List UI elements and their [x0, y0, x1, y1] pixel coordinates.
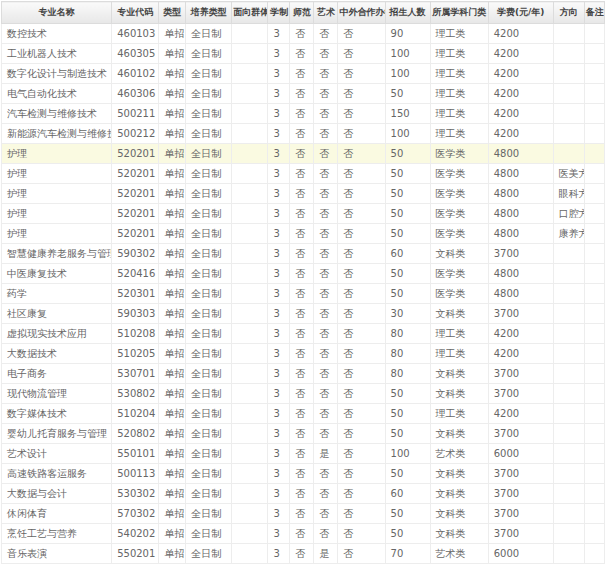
cell-discipline: 理工类	[430, 324, 488, 344]
cell-note	[584, 344, 604, 364]
cell-training: 全日制	[186, 64, 232, 84]
cell-normal: 否	[290, 484, 314, 504]
cell-name: 电子商务	[2, 364, 112, 384]
table-row[interactable]: 工业机器人技术460305单招全日制3否否否100理工类4200	[2, 44, 605, 64]
cell-type: 单招	[159, 444, 186, 464]
table-row[interactable]: 数控技术460103单招全日制3否否否90理工类4200	[2, 24, 605, 44]
table-row[interactable]: 数字媒体技术510204单招全日制3否否否50理工类4200	[2, 404, 605, 424]
cell-enrollment: 50	[385, 144, 430, 164]
table-row[interactable]: 艺术设计550101单招全日制3否是否100艺术类6000	[2, 444, 605, 464]
cell-discipline: 医学类	[430, 264, 488, 284]
cell-training: 全日制	[186, 544, 232, 564]
cell-art: 否	[314, 324, 338, 344]
cell-coop: 否	[338, 444, 385, 464]
cell-training: 全日制	[186, 204, 232, 224]
table-row[interactable]: 新能源汽车检测与维修技术500212单招全日制3否否否100理工类4200	[2, 124, 605, 144]
cell-direction	[553, 384, 584, 404]
cell-note	[584, 324, 604, 344]
cell-note	[584, 264, 604, 284]
cell-direction	[553, 104, 584, 124]
column-header-tuition: 学费(元/年)	[488, 2, 553, 24]
cell-discipline: 文科类	[430, 484, 488, 504]
cell-tuition: 4800	[488, 184, 553, 204]
table-row[interactable]: 大数据技术510205单招全日制3否否否80理工类4200	[2, 344, 605, 364]
table-row[interactable]: 护理520201单招全日制3否否否50医学类4800医美方向	[2, 164, 605, 184]
cell-duration: 3	[268, 144, 290, 164]
column-header-enrollment: 招生人数	[385, 2, 430, 24]
column-header-code: 专业代码	[112, 2, 159, 24]
table-row[interactable]: 护理520201单招全日制3否否否50医学类4800口腔方向	[2, 204, 605, 224]
table-row[interactable]: 电子商务530701单招全日制3否否否80文科类3700	[2, 364, 605, 384]
cell-code: 530701	[112, 364, 159, 384]
cell-duration: 3	[268, 544, 290, 564]
table-row[interactable]: 婴幼儿托育服务与管理520802单招全日制3否否否50文科类3700	[2, 424, 605, 444]
cell-group	[232, 164, 268, 184]
cell-enrollment: 50	[385, 464, 430, 484]
cell-coop: 否	[338, 264, 385, 284]
table-row[interactable]: 护理520201单招全日制3否否否50医学类4800眼科方向	[2, 184, 605, 204]
cell-code: 530802	[112, 384, 159, 404]
table-row[interactable]: 休闲体育570302单招全日制3否否否50文科类3700	[2, 504, 605, 524]
cell-type: 单招	[159, 104, 186, 124]
cell-art: 否	[314, 164, 338, 184]
cell-enrollment: 60	[385, 244, 430, 264]
cell-training: 全日制	[186, 324, 232, 344]
cell-enrollment: 100	[385, 124, 430, 144]
cell-direction	[553, 84, 584, 104]
cell-training: 全日制	[186, 164, 232, 184]
cell-discipline: 理工类	[430, 404, 488, 424]
cell-art: 否	[314, 344, 338, 364]
cell-coop: 否	[338, 144, 385, 164]
table-row[interactable]: 社区康复590303单招全日制3否否否30文科类3700	[2, 304, 605, 324]
cell-code: 510208	[112, 324, 159, 344]
cell-art: 否	[314, 124, 338, 144]
cell-duration: 3	[268, 24, 290, 44]
cell-name: 休闲体育	[2, 504, 112, 524]
cell-discipline: 医学类	[430, 224, 488, 244]
cell-art: 否	[314, 224, 338, 244]
table-row[interactable]: 护理520201单招全日制3否否否50医学类4800康养方向	[2, 224, 605, 244]
cell-coop: 否	[338, 284, 385, 304]
table-row[interactable]: 药学520301单招全日制3否否否50医学类4800	[2, 284, 605, 304]
cell-enrollment: 90	[385, 24, 430, 44]
cell-duration: 3	[268, 504, 290, 524]
table-row[interactable]: 电气自动化技术460306单招全日制3否否否50理工类4200	[2, 84, 605, 104]
table-row[interactable]: 中医康复技术520416单招全日制3否否否50医学类4800	[2, 264, 605, 284]
table-row[interactable]: 智慧健康养老服务与管理590302单招全日制3否否否60文科类3700	[2, 244, 605, 264]
table-row[interactable]: 大数据与会计530302单招全日制3否否否60文科类3700	[2, 484, 605, 504]
cell-tuition: 4800	[488, 164, 553, 184]
table-row[interactable]: 现代物流管理530802单招全日制3否否否50文科类3700	[2, 384, 605, 404]
cell-name: 数字化设计与制造技术	[2, 64, 112, 84]
cell-direction	[553, 44, 584, 64]
cell-note	[584, 464, 604, 484]
cell-code: 500113	[112, 464, 159, 484]
cell-coop: 否	[338, 484, 385, 504]
cell-note	[584, 384, 604, 404]
cell-group	[232, 244, 268, 264]
cell-normal: 否	[290, 104, 314, 124]
table-row[interactable]: 数字化设计与制造技术460102单招全日制3否否否100理工类4200	[2, 64, 605, 84]
cell-duration: 3	[268, 104, 290, 124]
cell-code: 520201	[112, 164, 159, 184]
cell-normal: 否	[290, 404, 314, 424]
table-row[interactable]: 虚拟现实技术应用510208单招全日制3否否否80理工类4200	[2, 324, 605, 344]
table-row[interactable]: 汽车检测与维修技术500211单招全日制3否否否150理工类4200	[2, 104, 605, 124]
cell-duration: 3	[268, 124, 290, 144]
cell-coop: 否	[338, 544, 385, 564]
cell-group	[232, 64, 268, 84]
cell-name: 现代物流管理	[2, 384, 112, 404]
cell-training: 全日制	[186, 244, 232, 264]
table-row[interactable]: 护理520201单招全日制3否否否50医学类4800	[2, 144, 605, 164]
cell-tuition: 4200	[488, 124, 553, 144]
cell-code: 540202	[112, 524, 159, 544]
table-row[interactable]: 烹饪工艺与营养540202单招全日制3否否否50文科类3700	[2, 524, 605, 544]
table-row[interactable]: 高速铁路客运服务500113单招全日制3否否否50文科类3700	[2, 464, 605, 484]
cell-duration: 3	[268, 444, 290, 464]
column-header-discipline: 所属学科门类	[430, 2, 488, 24]
cell-enrollment: 50	[385, 184, 430, 204]
cell-name: 中医康复技术	[2, 264, 112, 284]
table-row[interactable]: 音乐表演550201单招全日制3否是否70艺术类6000	[2, 544, 605, 564]
cell-group	[232, 504, 268, 524]
cell-note	[584, 184, 604, 204]
cell-type: 单招	[159, 404, 186, 424]
